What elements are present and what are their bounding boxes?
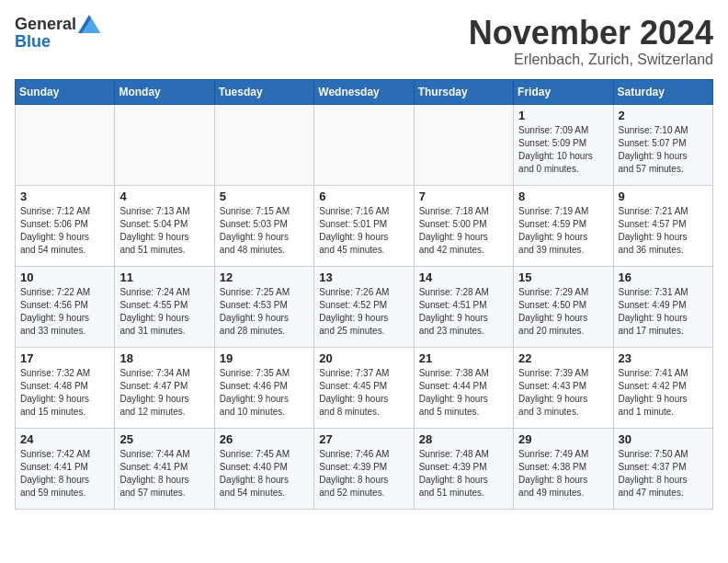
calendar-cell-week2-day1: 4Sunrise: 7:13 AMSunset: 5:04 PMDaylight… xyxy=(115,185,214,266)
calendar-cell-week2-day6: 9Sunrise: 7:21 AMSunset: 4:57 PMDaylight… xyxy=(613,185,712,266)
calendar-cell-week5-day1: 25Sunrise: 7:44 AMSunset: 4:41 PMDayligh… xyxy=(115,428,214,509)
calendar-cell-week5-day4: 28Sunrise: 7:48 AMSunset: 4:39 PMDayligh… xyxy=(414,428,513,509)
calendar-cell-week5-day6: 30Sunrise: 7:50 AMSunset: 4:37 PMDayligh… xyxy=(613,428,712,509)
day-number: 24 xyxy=(20,432,109,446)
month-title: November 2024 xyxy=(469,15,713,52)
day-number: 20 xyxy=(319,351,408,365)
day-number: 19 xyxy=(220,351,309,365)
day-number: 15 xyxy=(518,270,608,284)
weekday-header-monday: Monday xyxy=(115,79,214,104)
day-info: Sunrise: 7:39 AMSunset: 4:43 PMDaylight:… xyxy=(518,367,608,419)
title-block: November 2024 Erlenbach, Zurich, Switzer… xyxy=(469,15,713,68)
calendar-cell-week5-day0: 24Sunrise: 7:42 AMSunset: 4:41 PMDayligh… xyxy=(16,428,115,509)
day-number: 5 xyxy=(220,190,309,203)
day-number: 28 xyxy=(419,432,508,446)
day-info: Sunrise: 7:37 AMSunset: 4:45 PMDaylight:… xyxy=(319,367,408,419)
logo-general: General xyxy=(15,16,76,32)
day-info: Sunrise: 7:22 AMSunset: 4:56 PMDaylight:… xyxy=(20,286,109,338)
calendar-cell-week1-day3 xyxy=(314,104,414,185)
page-header: General Blue November 2024 Erlenbach, Zu… xyxy=(15,15,713,68)
day-info: Sunrise: 7:26 AMSunset: 4:52 PMDaylight:… xyxy=(319,286,408,338)
day-info: Sunrise: 7:34 AMSunset: 4:47 PMDaylight:… xyxy=(119,367,209,419)
day-info: Sunrise: 7:10 AMSunset: 5:07 PMDaylight:… xyxy=(619,124,708,176)
calendar-cell-week4-day3: 20Sunrise: 7:37 AMSunset: 4:45 PMDayligh… xyxy=(314,347,414,428)
calendar-cell-week1-day4 xyxy=(414,104,513,185)
day-number: 29 xyxy=(518,432,608,446)
calendar-table: SundayMondayTuesdayWednesdayThursdayFrid… xyxy=(15,79,713,510)
logo-blue: Blue xyxy=(15,33,51,50)
weekday-header-tuesday: Tuesday xyxy=(214,79,313,104)
calendar-cell-week3-day4: 14Sunrise: 7:28 AMSunset: 4:51 PMDayligh… xyxy=(414,266,513,347)
day-info: Sunrise: 7:19 AMSunset: 4:59 PMDaylight:… xyxy=(518,205,608,257)
day-info: Sunrise: 7:45 AMSunset: 4:40 PMDaylight:… xyxy=(220,448,309,500)
day-info: Sunrise: 7:15 AMSunset: 5:03 PMDaylight:… xyxy=(220,205,309,257)
day-number: 27 xyxy=(319,432,408,446)
day-info: Sunrise: 7:41 AMSunset: 4:42 PMDaylight:… xyxy=(619,367,708,419)
calendar-cell-week3-day3: 13Sunrise: 7:26 AMSunset: 4:52 PMDayligh… xyxy=(314,266,414,347)
day-info: Sunrise: 7:24 AMSunset: 4:55 PMDaylight:… xyxy=(119,286,209,338)
weekday-header-sunday: Sunday xyxy=(16,79,115,104)
day-number: 3 xyxy=(20,190,109,203)
calendar-cell-week4-day2: 19Sunrise: 7:35 AMSunset: 4:46 PMDayligh… xyxy=(214,347,313,428)
day-info: Sunrise: 7:35 AMSunset: 4:46 PMDaylight:… xyxy=(220,367,309,419)
calendar-cell-week4-day1: 18Sunrise: 7:34 AMSunset: 4:47 PMDayligh… xyxy=(115,347,214,428)
day-number: 1 xyxy=(518,109,608,122)
calendar-cell-week3-day2: 12Sunrise: 7:25 AMSunset: 4:53 PMDayligh… xyxy=(214,266,313,347)
day-info: Sunrise: 7:18 AMSunset: 5:00 PMDaylight:… xyxy=(419,205,508,257)
day-number: 25 xyxy=(119,432,209,446)
calendar-cell-week4-day4: 21Sunrise: 7:38 AMSunset: 4:44 PMDayligh… xyxy=(414,347,513,428)
calendar-cell-week4-day6: 23Sunrise: 7:41 AMSunset: 4:42 PMDayligh… xyxy=(613,347,712,428)
calendar-cell-week4-day0: 17Sunrise: 7:32 AMSunset: 4:48 PMDayligh… xyxy=(16,347,115,428)
day-info: Sunrise: 7:50 AMSunset: 4:37 PMDaylight:… xyxy=(619,448,708,500)
calendar-cell-week1-day6: 2Sunrise: 7:10 AMSunset: 5:07 PMDaylight… xyxy=(613,104,712,185)
day-number: 7 xyxy=(419,190,508,203)
day-number: 16 xyxy=(619,270,708,284)
day-info: Sunrise: 7:46 AMSunset: 4:39 PMDaylight:… xyxy=(319,448,408,500)
logo: General Blue xyxy=(15,15,100,50)
day-info: Sunrise: 7:25 AMSunset: 4:53 PMDaylight:… xyxy=(220,286,309,338)
weekday-header-saturday: Saturday xyxy=(613,79,712,104)
day-info: Sunrise: 7:49 AMSunset: 4:38 PMDaylight:… xyxy=(518,448,608,500)
day-info: Sunrise: 7:29 AMSunset: 4:50 PMDaylight:… xyxy=(518,286,608,338)
day-info: Sunrise: 7:38 AMSunset: 4:44 PMDaylight:… xyxy=(419,367,508,419)
calendar-cell-week4-day5: 22Sunrise: 7:39 AMSunset: 4:43 PMDayligh… xyxy=(514,347,613,428)
day-number: 21 xyxy=(419,351,508,365)
calendar-cell-week3-day0: 10Sunrise: 7:22 AMSunset: 4:56 PMDayligh… xyxy=(16,266,115,347)
day-number: 30 xyxy=(619,432,708,446)
logo-icon xyxy=(78,15,100,33)
day-number: 17 xyxy=(20,351,109,365)
location-title: Erlenbach, Zurich, Switzerland xyxy=(469,52,713,68)
calendar-cell-week2-day4: 7Sunrise: 7:18 AMSunset: 5:00 PMDaylight… xyxy=(414,185,513,266)
day-number: 18 xyxy=(119,351,209,365)
week-row-1: 1Sunrise: 7:09 AMSunset: 5:09 PMDaylight… xyxy=(16,104,713,185)
day-number: 4 xyxy=(119,190,209,203)
calendar-cell-week3-day6: 16Sunrise: 7:31 AMSunset: 4:49 PMDayligh… xyxy=(613,266,712,347)
day-info: Sunrise: 7:44 AMSunset: 4:41 PMDaylight:… xyxy=(119,448,209,500)
day-info: Sunrise: 7:09 AMSunset: 5:09 PMDaylight:… xyxy=(518,124,608,176)
weekday-header-row: SundayMondayTuesdayWednesdayThursdayFrid… xyxy=(16,79,713,104)
day-info: Sunrise: 7:21 AMSunset: 4:57 PMDaylight:… xyxy=(619,205,708,257)
calendar-cell-week2-day5: 8Sunrise: 7:19 AMSunset: 4:59 PMDaylight… xyxy=(514,185,613,266)
calendar-cell-week5-day3: 27Sunrise: 7:46 AMSunset: 4:39 PMDayligh… xyxy=(314,428,414,509)
calendar-cell-week1-day0 xyxy=(16,104,115,185)
day-number: 13 xyxy=(319,270,408,284)
day-number: 22 xyxy=(518,351,608,365)
day-info: Sunrise: 7:13 AMSunset: 5:04 PMDaylight:… xyxy=(119,205,209,257)
day-number: 8 xyxy=(518,190,608,203)
day-info: Sunrise: 7:31 AMSunset: 4:49 PMDaylight:… xyxy=(619,286,708,338)
weekday-header-wednesday: Wednesday xyxy=(314,79,414,104)
day-number: 9 xyxy=(619,190,708,203)
week-row-5: 24Sunrise: 7:42 AMSunset: 4:41 PMDayligh… xyxy=(16,428,713,509)
day-info: Sunrise: 7:12 AMSunset: 5:06 PMDaylight:… xyxy=(20,205,109,257)
day-info: Sunrise: 7:16 AMSunset: 5:01 PMDaylight:… xyxy=(319,205,408,257)
calendar-cell-week5-day5: 29Sunrise: 7:49 AMSunset: 4:38 PMDayligh… xyxy=(514,428,613,509)
day-number: 26 xyxy=(220,432,309,446)
calendar-cell-week5-day2: 26Sunrise: 7:45 AMSunset: 4:40 PMDayligh… xyxy=(214,428,313,509)
day-number: 6 xyxy=(319,190,408,203)
calendar-cell-week2-day2: 5Sunrise: 7:15 AMSunset: 5:03 PMDaylight… xyxy=(214,185,313,266)
day-number: 12 xyxy=(220,270,309,284)
week-row-3: 10Sunrise: 7:22 AMSunset: 4:56 PMDayligh… xyxy=(16,266,713,347)
day-info: Sunrise: 7:32 AMSunset: 4:48 PMDaylight:… xyxy=(20,367,109,419)
weekday-header-thursday: Thursday xyxy=(414,79,513,104)
calendar-cell-week1-day5: 1Sunrise: 7:09 AMSunset: 5:09 PMDaylight… xyxy=(514,104,613,185)
